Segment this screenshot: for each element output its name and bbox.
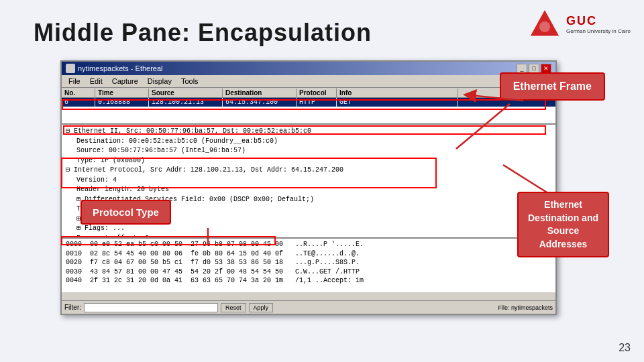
- col-protocol: Protocol: [297, 88, 337, 97]
- status-file-text: File: nytimespackets: [498, 304, 553, 311]
- col-source: Source: [149, 88, 223, 97]
- window-icon: [66, 64, 75, 73]
- ethereal-window: nytimespackets - Ethereal _ □ ✕ File Edi…: [60, 60, 557, 315]
- apply-button[interactable]: Apply: [249, 303, 274, 312]
- detail-line-1: ⊟ Ethernet II, Src: 00:50:77:96:ba:57, D…: [66, 127, 551, 137]
- protocol-type-callout: Protocol Type: [80, 200, 171, 225]
- hex-line-4: 0040 2f 31 2c 31 20 0d 0a 41 63 63 65 70…: [66, 276, 551, 286]
- packet-row-selected[interactable]: 6 0.168888 128.100.21.13 64.15.347.100 H…: [62, 98, 555, 107]
- minimize-button[interactable]: _: [517, 64, 527, 73]
- packet-dest: 64.15.347.100: [223, 98, 297, 107]
- svg-point-2: [539, 21, 550, 32]
- detail-line-hlen: Header length: 20 bytes: [66, 185, 551, 195]
- page-number: 23: [619, 342, 631, 354]
- menu-tools[interactable]: Tools: [177, 76, 203, 86]
- menu-bar: File Edit Capture Display Tools Help: [62, 75, 555, 88]
- logo-subtext: German University in Cairo: [566, 28, 631, 34]
- hex-line-2: 0020 f7 c8 04 67 00 50 b5 c1 f7 d0 53 38…: [66, 258, 551, 267]
- filter-input[interactable]: [84, 303, 218, 312]
- hex-line-1: 0010 02 8c 54 45 40 00 80 06 fe 0b 80 64…: [66, 249, 551, 259]
- detail-line-ver: Version: 4: [66, 176, 551, 186]
- col-dest: Destination: [223, 88, 297, 97]
- detail-line-type: Type: IP (0x0800): [66, 156, 551, 166]
- packet-no: 6: [62, 98, 95, 107]
- protocol-type-label: Protocol Type: [93, 206, 159, 218]
- packet-protocol: HTTP: [297, 98, 337, 107]
- maximize-button[interactable]: □: [529, 64, 539, 73]
- packet-list-pane: No. Time Source Destination Protocol Inf…: [62, 88, 555, 125]
- detail-line-flags: ⊞ Flags: ...: [66, 224, 551, 234]
- filter-label: Filter:: [64, 304, 81, 311]
- ethernet-dest-label: EthernetDestination andSourceAddresses: [528, 199, 598, 249]
- reset-button[interactable]: Reset: [221, 303, 246, 312]
- ethernet-frame-callout: Ethernet Frame: [500, 72, 605, 101]
- packet-time: 0.168888: [95, 98, 149, 107]
- hex-line-3: 0030 43 84 57 81 00 00 47 45 54 20 2f 00…: [66, 267, 551, 277]
- hex-line-0: 0000 00 e0 52 ea b5 c0 00 50 27 96 b8 07…: [66, 240, 551, 249]
- packet-source: 128.100.21.13: [149, 98, 223, 107]
- logo-area: GUC German University in Cairo: [527, 7, 631, 42]
- packet-list-header: No. Time Source Destination Protocol Inf…: [62, 88, 555, 98]
- hex-pane: 0000 00 e0 52 ea b5 c0 00 50 27 96 b8 07…: [62, 239, 555, 292]
- col-info: Info: [337, 88, 458, 97]
- window-title-text: nytimespackets - Ethereal: [78, 64, 163, 72]
- detail-line-3: Source: 00:50:77:96:ba:57 (Intel_96:ba:5…: [66, 146, 551, 156]
- menu-edit[interactable]: Edit: [86, 76, 107, 86]
- menu-capture[interactable]: Capture: [108, 76, 142, 86]
- logo-guc-text: GUC: [566, 14, 597, 27]
- window-title-bar: nytimespackets - Ethereal _ □ ✕: [62, 62, 555, 75]
- title-bar-left: nytimespackets - Ethereal: [66, 64, 163, 73]
- slide: GUC German University in Cairo Middle Pa…: [0, 0, 644, 362]
- detail-line-ip: ⊟ Internet Protocol, Src Addr: 128.100.2…: [66, 166, 551, 176]
- logo-text-block: GUC German University in Cairo: [566, 14, 631, 34]
- col-no: No.: [62, 88, 95, 97]
- col-time: Time: [95, 88, 149, 97]
- packet-info: GET: [337, 98, 458, 107]
- status-bar: Filter: Reset Apply File: nytimespackets: [62, 300, 555, 314]
- ethernet-frame-label: Ethernet Frame: [513, 80, 592, 92]
- menu-display[interactable]: Display: [144, 76, 176, 86]
- detail-line-2: Destination: 00:e0:52:ea:b5:c0 (Foundry_…: [66, 137, 551, 147]
- title-bar-controls[interactable]: _ □ ✕: [517, 64, 551, 73]
- menu-file[interactable]: File: [64, 76, 85, 86]
- detail-line-frag: Fragment offset: 0: [66, 234, 551, 239]
- guc-logo-icon: [527, 7, 562, 42]
- slide-title: Middle Pane: Encapsulation: [34, 19, 372, 47]
- close-button[interactable]: ✕: [541, 64, 551, 73]
- ethernet-dest-callout: EthernetDestination andSourceAddresses: [517, 192, 609, 257]
